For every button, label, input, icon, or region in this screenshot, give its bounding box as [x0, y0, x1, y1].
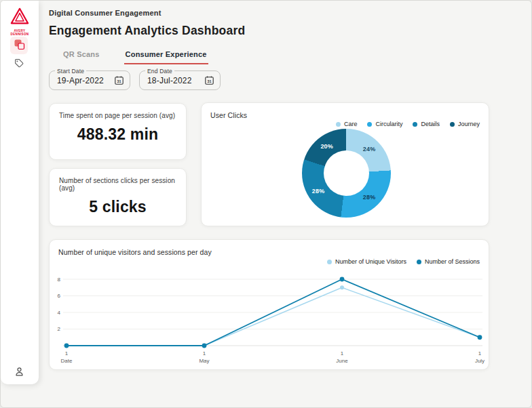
brand-name: AVERY DENNISON [8, 29, 31, 36]
line-chart: 24681Date1May1June1July [50, 240, 490, 371]
stat-card-section-clicks: Number of sections clicks per session (a… [49, 168, 187, 226]
sidebar: AVERY DENNISON [1, 1, 39, 384]
tab-bar: QR Scans Consumer Experience [62, 49, 208, 64]
start-date-value: 19-Apr-2022 [57, 76, 104, 85]
x-tick-label: July [475, 358, 484, 364]
pages-icon [14, 39, 25, 52]
legend-dot-icon [336, 122, 341, 127]
page-title: Engagement Analytics Dashboard [49, 24, 245, 38]
legend-dot-icon [450, 122, 455, 127]
tab-consumer-experience[interactable]: Consumer Experience [124, 49, 208, 64]
svg-text:31: 31 [208, 79, 212, 83]
user-icon [14, 367, 24, 379]
legend-label: Journey [458, 121, 480, 127]
legend-dot-icon [413, 122, 417, 127]
x-tick-label: 1 [478, 350, 482, 356]
x-tick-label: 1 [65, 350, 69, 356]
series-line-0 [66, 287, 480, 346]
data-point [340, 285, 344, 289]
calendar-icon[interactable]: 31 [114, 75, 124, 88]
donut-legend: CareCircularityDetailsJourney [336, 121, 480, 127]
x-tick-label: May [199, 358, 209, 364]
data-point [64, 344, 69, 348]
end-date-label: End Date [145, 68, 174, 75]
user-clicks-card: User Clicks CareCircularityDetailsJourne… [201, 102, 489, 226]
donut-chart: 24%28%28%20% [302, 129, 391, 218]
legend-label: Care [344, 121, 358, 127]
legend-item: Circularity [367, 121, 402, 127]
y-tick-label: 4 [58, 310, 61, 316]
stat-label: Number of sections clicks per session (a… [50, 169, 186, 192]
y-tick-label: 2 [58, 326, 61, 332]
stat-value: 488.32 min [50, 125, 186, 144]
end-date-value: 18-Jul-2022 [147, 76, 192, 85]
breadcrumb: Digital Consumer Engagement [49, 9, 162, 17]
sidebar-item-labels[interactable] [10, 55, 28, 73]
calendar-icon[interactable]: 31 [204, 75, 214, 88]
x-tick-label: 1 [341, 350, 344, 356]
brand-logo: AVERY DENNISON [8, 7, 31, 36]
legend-item: Care [336, 121, 358, 127]
legend-dot-icon [367, 122, 372, 127]
slice-label: 28% [312, 188, 325, 195]
legend-label: Circularity [375, 121, 402, 127]
end-date-field[interactable]: End Date 18-Jul-2022 31 [139, 70, 221, 90]
stat-label: Time spent on page per session (avg) [50, 104, 186, 119]
tag-icon [14, 58, 24, 70]
x-tick-label: June [336, 358, 348, 364]
start-date-label: Start Date [55, 68, 86, 75]
chart-title: User Clicks [210, 111, 247, 119]
app-window: AVERY DENNISON [0, 0, 532, 408]
visitors-sessions-card: Number of unique visitors and sessions p… [49, 239, 489, 370]
slice-label: 28% [363, 194, 376, 201]
stat-card-time-spent: Time spent on page per session (avg) 488… [49, 103, 187, 160]
slice-label: 24% [363, 146, 376, 152]
y-tick-label: 6 [58, 293, 61, 299]
x-tick-label: 1 [203, 350, 206, 356]
legend-label: Details [421, 121, 440, 127]
svg-text:31: 31 [117, 79, 121, 83]
start-date-field[interactable]: Start Date 19-Apr-2022 31 [49, 70, 130, 90]
x-tick-label: Date [61, 358, 73, 364]
brand-triangle-icon [10, 7, 30, 26]
sidebar-item-engagement[interactable] [10, 37, 28, 54]
slice-label: 20% [320, 143, 333, 150]
data-point [340, 277, 345, 282]
legend-item: Details [413, 121, 440, 127]
donut-hole [324, 150, 369, 196]
tab-qr-scans[interactable]: QR Scans [62, 49, 101, 64]
legend-item: Journey [450, 121, 480, 127]
y-tick-label: 8 [58, 277, 61, 283]
stat-value: 5 clicks [50, 198, 186, 216]
user-button[interactable] [10, 364, 28, 382]
data-point [478, 335, 482, 340]
data-point [202, 344, 207, 348]
